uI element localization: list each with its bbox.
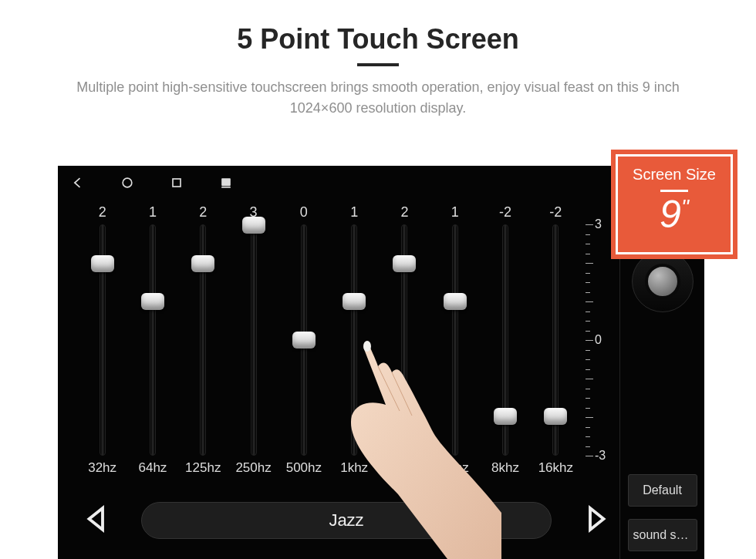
scale-tick	[586, 254, 590, 254]
eq-freq-label: 125hz	[185, 460, 221, 482]
recent-apps-icon[interactable]	[167, 173, 186, 192]
scale-tick-label: 3	[595, 217, 602, 231]
eq-slider[interactable]	[228, 224, 278, 456]
scale-tick	[586, 456, 593, 456]
eq-freq-label: 8khz	[491, 460, 519, 482]
eq-band-2khz: 22khz	[380, 204, 430, 482]
preset-next-button[interactable]	[579, 503, 612, 538]
eq-freq-label: 32hz	[88, 460, 116, 482]
sound-stage-button[interactable]: sound sta…	[628, 519, 697, 551]
eq-freq-label: 1khz	[340, 460, 368, 482]
slider-thumb[interactable]	[191, 255, 214, 272]
scale-tick	[586, 359, 590, 360]
eq-slider[interactable]	[430, 224, 480, 456]
eq-band-8khz: -28khz	[480, 204, 530, 482]
scale-tick	[586, 427, 590, 428]
eq-value-label: 2	[400, 204, 408, 224]
slider-thumb[interactable]	[393, 255, 416, 272]
eq-freq-label: 500hz	[286, 460, 322, 482]
page-subtitle: Multiple point high-sensitive touchscree…	[46, 77, 710, 119]
eq-band-32hz: 232hz	[77, 204, 127, 482]
scale-tick	[586, 379, 593, 379]
eq-value-label: 0	[300, 204, 308, 224]
slider-thumb[interactable]	[544, 408, 567, 425]
slider-thumb[interactable]	[343, 293, 366, 310]
eq-slider[interactable]	[531, 224, 581, 456]
dial-knob	[645, 264, 680, 299]
preset-name-button[interactable]: Jazz	[141, 502, 552, 539]
eq-value-label: -2	[499, 204, 511, 224]
preset-bar: Jazz	[81, 494, 612, 547]
eq-value-label: -2	[549, 204, 562, 224]
scale-tick-label: -3	[595, 449, 606, 463]
scale-tick	[586, 301, 593, 302]
svg-rect-1	[173, 179, 181, 187]
scale-tick	[586, 417, 593, 418]
slider-thumb[interactable]	[292, 332, 316, 349]
eq-value-label: 1	[350, 204, 358, 224]
eq-value-label: 2	[99, 204, 106, 224]
slider-thumb[interactable]	[141, 293, 164, 310]
scale-tick	[586, 321, 590, 322]
svg-point-0	[123, 178, 132, 187]
device-screen: 232hz164hz2125hz3250hz0500hz11khz22khz14…	[58, 166, 704, 559]
scale-tick	[586, 263, 593, 264]
eq-band-250hz: 3250hz	[228, 204, 278, 482]
eq-value-label: 1	[451, 204, 459, 224]
slider-thumb[interactable]	[242, 217, 265, 234]
slider-thumb[interactable]	[444, 293, 467, 310]
scale-tick	[586, 292, 590, 293]
eq-band-4khz: 14khz	[430, 204, 480, 482]
scale-tick	[586, 282, 590, 283]
scale-tick	[586, 273, 590, 274]
eq-band-125hz: 2125hz	[178, 204, 228, 482]
eq-freq-label: 2khz	[390, 460, 418, 482]
eq-value-label: 1	[149, 204, 157, 224]
eq-freq-label: 250hz	[235, 460, 271, 482]
scale-tick	[586, 369, 590, 370]
slider-thumb[interactable]	[91, 255, 114, 272]
home-icon[interactable]	[118, 173, 137, 192]
eq-freq-label: 4khz	[441, 460, 469, 482]
equalizer-panel: 232hz164hz2125hz3250hz0500hz11khz22khz14…	[77, 204, 612, 482]
eq-slider[interactable]	[480, 224, 530, 456]
slider-thumb[interactable]	[494, 408, 517, 425]
screenshot-icon[interactable]	[217, 173, 235, 192]
badge-label: Screen Size	[618, 157, 731, 184]
balance-dial[interactable]	[632, 251, 694, 312]
scale-tick	[586, 234, 590, 235]
svg-rect-3	[221, 187, 231, 188]
eq-slider[interactable]	[127, 224, 177, 456]
scale-tick	[586, 389, 590, 389]
eq-freq-label: 16khz	[538, 460, 573, 482]
eq-band-1khz: 11khz	[329, 204, 379, 482]
system-bar	[58, 166, 704, 200]
eq-slider[interactable]	[278, 224, 329, 456]
badge-underline	[660, 190, 688, 192]
eq-slider[interactable]	[380, 224, 430, 456]
eq-slider[interactable]	[329, 224, 379, 456]
scale-tick	[586, 244, 590, 244]
eq-band-16khz: -216khz	[531, 204, 581, 482]
eq-slider[interactable]	[178, 224, 228, 456]
page-title: 5 Point Touch Screen	[0, 23, 756, 56]
scale-tick	[586, 446, 590, 447]
eq-value-label: 2	[199, 204, 207, 224]
scale-tick	[586, 350, 590, 351]
eq-band-500hz: 0500hz	[278, 204, 329, 482]
preset-prev-button[interactable]	[81, 503, 113, 538]
scale-tick-label: 0	[595, 333, 602, 347]
scale-tick	[586, 408, 590, 409]
svg-rect-2	[221, 178, 231, 186]
eq-slider[interactable]	[77, 224, 127, 456]
screen-size-badge: Screen Size 9"	[616, 154, 733, 254]
badge-value: 9"	[618, 195, 731, 234]
back-icon[interactable]	[69, 173, 87, 192]
scale-tick	[586, 311, 590, 312]
scale-tick	[586, 436, 590, 437]
scale-tick	[586, 340, 593, 341]
eq-freq-label: 64hz	[139, 460, 167, 482]
eq-band-64hz: 164hz	[127, 204, 177, 482]
scale-tick	[586, 224, 593, 225]
default-button[interactable]: Default	[628, 474, 697, 507]
